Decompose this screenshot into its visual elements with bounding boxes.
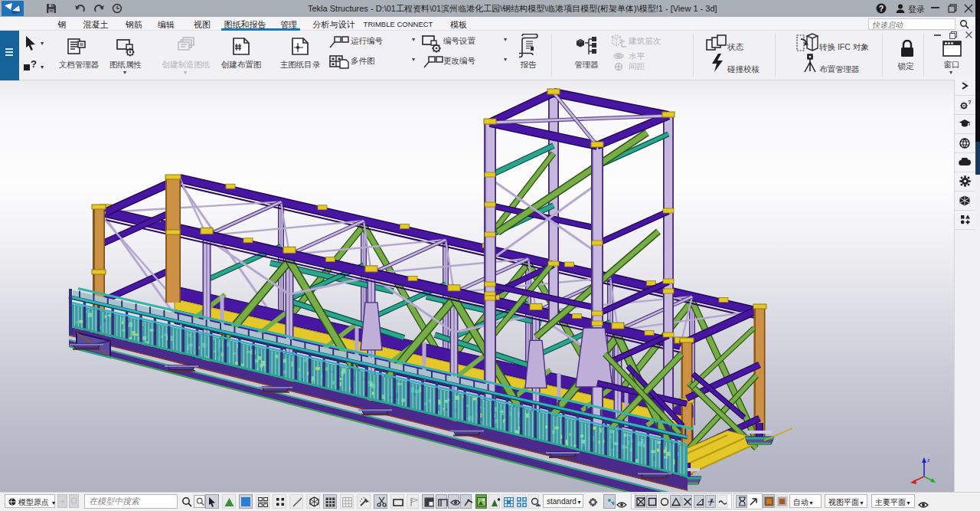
svg-text:?: ? (879, 5, 884, 13)
svg-text:z: z (927, 457, 930, 463)
svg-text:?: ? (968, 100, 971, 106)
